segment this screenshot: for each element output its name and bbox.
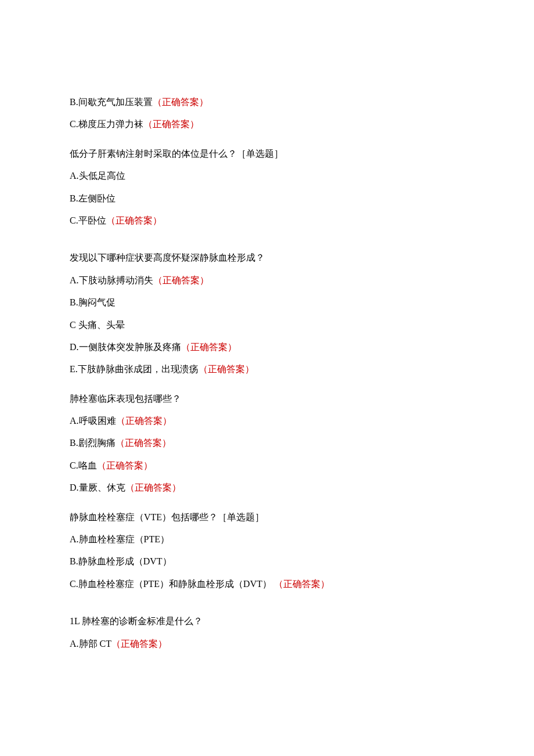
q4-option-a-text: A.呼吸困难 — [70, 416, 116, 426]
q5-option-b-text: B.静脉血栓形成（DVT） — [70, 556, 172, 566]
q2-option-a: A.头低足高位 — [70, 170, 464, 182]
q1-option-b: B.间歇充气加压装置（正确答案） — [70, 96, 464, 109]
q3-option-a-correct: （正确答案） — [153, 275, 209, 285]
q3-option-e-correct: （正确答案） — [199, 364, 254, 374]
q3-option-a-text: A.下肢动脉搏动消失 — [70, 275, 153, 285]
q4-option-d-text: D.量厥、休克 — [70, 483, 125, 492]
q3-option-d-text: D.一侧肢体突发肿胀及疼痛 — [70, 342, 181, 352]
q3-option-b: B.胸闷气促 — [70, 296, 464, 309]
q4-option-c-text: C.咯血 — [70, 460, 97, 470]
q5-option-a: A.肺血栓栓塞症（PTE） — [70, 533, 464, 546]
q1-option-c-correct: （正确答案） — [143, 119, 199, 129]
q1-option-c-text: C.梯度压力弹力袜 — [70, 119, 143, 129]
q3-option-c-text: C 头痛、头晕 — [70, 320, 125, 330]
q3-option-a: A.下肢动脉搏动消失（正确答案） — [70, 274, 464, 287]
q2-option-c-text: C.平卧位 — [70, 215, 106, 225]
q6-question: 1L 肺栓塞的诊断金标准是什么？ — [70, 615, 464, 628]
q1-option-b-correct: （正确答案） — [153, 97, 208, 107]
q3-option-e-text: E.下肢静脉曲张成团，出现溃疡 — [70, 364, 199, 374]
q4-option-b-correct: （正确答案） — [116, 438, 171, 448]
q5-question: 静脉血栓栓塞症（VTE）包括哪些？［单选题］ — [70, 511, 464, 524]
q2-option-b-text: B.左侧卧位 — [70, 193, 116, 203]
q2-option-c-correct: （正确答案） — [106, 215, 162, 225]
q4-option-b-text: B.剧烈胸痛 — [70, 438, 116, 448]
q6-option-a-text: A.肺部 CT — [70, 639, 111, 649]
q5-option-b: B.静脉血栓形成（DVT） — [70, 555, 464, 568]
q1-option-c: C.梯度压力弹力袜（正确答案） — [70, 118, 464, 131]
q4-option-b: B.剧烈胸痛（正确答案） — [70, 437, 464, 449]
q2-option-c: C.平卧位（正确答案） — [70, 214, 464, 227]
q6-option-a: A.肺部 CT（正确答案） — [70, 638, 464, 650]
q3-option-d: D.一侧肢体突发肿胀及疼痛（正确答案） — [70, 341, 464, 354]
q3-question: 发现以下哪种症状要高度怀疑深静脉血栓形成？ — [70, 251, 464, 264]
q5-option-a-text: A.肺血栓栓塞症（PTE） — [70, 534, 169, 544]
q3-option-c: C 头痛、头晕 — [70, 319, 464, 332]
q3-option-e: E.下肢静脉曲张成团，出现溃疡（正确答案） — [70, 363, 464, 376]
q3-option-d-correct: （正确答案） — [181, 342, 237, 352]
q4-option-c-correct: （正确答案） — [97, 460, 153, 470]
q2-option-a-text: A.头低足高位 — [70, 171, 125, 181]
q3-option-b-text: B.胸闷气促 — [70, 297, 116, 307]
q4-option-a: A.呼吸困难（正确答案） — [70, 415, 464, 427]
q1-option-b-text: B.间歇充气加压装置 — [70, 97, 153, 107]
q4-option-c: C.咯血（正确答案） — [70, 459, 464, 472]
q2-option-b: B.左侧卧位 — [70, 192, 464, 205]
q6-option-a-correct: （正确答案） — [111, 639, 167, 649]
q5-option-c: C.肺血栓栓塞症（PTE）和静脉血栓形成（DVT） （正确答案） — [70, 578, 464, 591]
q4-question: 肺栓塞临床表现包括哪些？ — [70, 393, 464, 405]
q4-option-d: D.量厥、休克（正确答案） — [70, 481, 464, 494]
q4-option-a-correct: （正确答案） — [116, 416, 172, 426]
q5-option-c-text: C.肺血栓栓塞症（PTE）和静脉血栓形成（DVT） — [70, 579, 272, 589]
q5-option-c-correct: （正确答案） — [274, 579, 330, 589]
q4-option-d-correct: （正确答案） — [125, 483, 181, 492]
q2-question: 低分子肝素钠注射时采取的体位是什么？［单选题］ — [70, 147, 464, 160]
